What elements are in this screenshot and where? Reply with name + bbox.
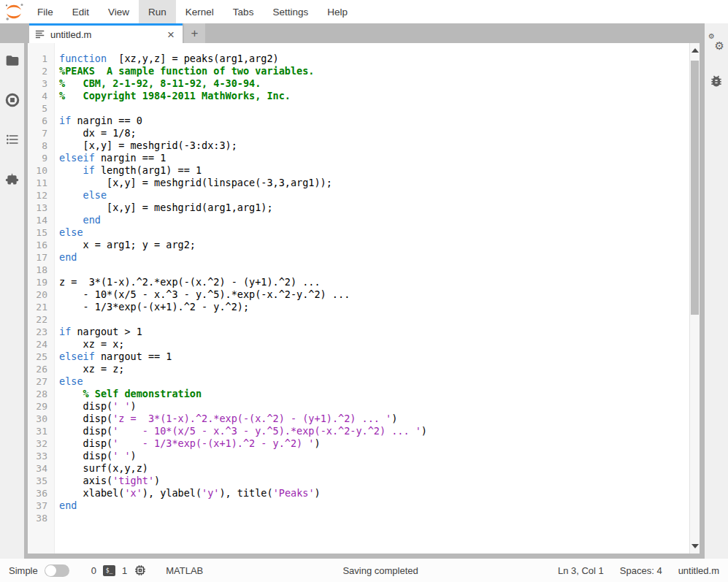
- line-number: 21: [28, 301, 47, 313]
- line-number: 32: [28, 437, 47, 450]
- menu-run[interactable]: Run: [139, 0, 176, 23]
- tab-label: untitled.m: [50, 29, 161, 40]
- code-line[interactable]: - 1/3*exp(-(x+1).^2 - y.^2);: [59, 301, 689, 313]
- menu-tabs[interactable]: Tabs: [223, 0, 264, 23]
- menu-help[interactable]: Help: [318, 0, 357, 23]
- code-line[interactable]: else: [59, 375, 689, 388]
- line-number: 36: [28, 487, 47, 499]
- line-number: 19: [28, 276, 47, 288]
- code-line[interactable]: - 10*(x/5 - x.^3 - y.^5).*exp(-x.^2-y.^2…: [59, 288, 689, 301]
- line-number: 16: [28, 239, 47, 251]
- line-number: 28: [28, 388, 47, 400]
- tab-bar: untitled.m × +: [24, 23, 705, 43]
- code-line[interactable]: elseif nargin == 1: [59, 152, 689, 164]
- line-number: 11: [28, 177, 47, 189]
- line-number: 6: [28, 115, 47, 127]
- code-line[interactable]: disp(' - 1/3*exp(-(x+1).^2 - y.^2) '): [59, 437, 689, 450]
- code-lines[interactable]: function [xz,y,z] = peaks(arg1,arg2)%PEA…: [55, 43, 689, 554]
- code-line[interactable]: end: [59, 214, 689, 226]
- code-line[interactable]: [x,y] = meshgrid(linspace(-3,3,arg1));: [59, 177, 689, 189]
- extension-manager-icon[interactable]: [4, 172, 21, 186]
- tab-close-icon[interactable]: ×: [166, 28, 176, 41]
- code-line[interactable]: else: [59, 226, 689, 239]
- file-browser-icon[interactable]: [4, 53, 21, 68]
- kernel-name[interactable]: MATLAB: [166, 565, 203, 576]
- code-line[interactable]: [x,y] = meshgrid(-3:dx:3);: [59, 139, 689, 152]
- code-line[interactable]: elseif nargout == 1: [59, 351, 689, 363]
- menu-view[interactable]: View: [99, 0, 139, 23]
- new-tab-button[interactable]: +: [184, 23, 205, 43]
- cursor-position[interactable]: Ln 3, Col 1: [558, 565, 604, 576]
- code-line[interactable]: disp(' - 10*(x/5 - x.^3 - y.^5).*exp(-x.…: [59, 425, 689, 437]
- tab-untitled-m[interactable]: untitled.m ×: [29, 23, 183, 43]
- line-number: 8: [28, 139, 47, 152]
- scrollbar-thumb[interactable]: [691, 61, 699, 315]
- code-line[interactable]: dx = 1/8;: [59, 127, 689, 139]
- line-number: 33: [28, 450, 47, 462]
- code-line[interactable]: axis('tight'): [59, 475, 689, 487]
- right-sidebar: ⚙ ⚙: [705, 23, 728, 559]
- code-line[interactable]: else: [59, 189, 689, 202]
- jupyter-logo-icon: [4, 1, 24, 22]
- code-line[interactable]: if nargin == 0: [59, 115, 689, 127]
- debugger-icon[interactable]: [708, 74, 725, 88]
- scroll-down-icon[interactable]: [691, 544, 699, 548]
- code-line[interactable]: x = arg1; y = arg2;: [59, 239, 689, 251]
- code-line[interactable]: [59, 264, 689, 276]
- kernel-chip-icon: [134, 564, 147, 577]
- code-line[interactable]: if nargout > 1: [59, 326, 689, 338]
- code-line[interactable]: disp(' '): [59, 400, 689, 413]
- code-line[interactable]: disp(' '): [59, 450, 689, 462]
- line-number: 13: [28, 202, 47, 214]
- menu-kernel[interactable]: Kernel: [176, 0, 223, 23]
- code-line[interactable]: function [xz,y,z] = peaks(arg1,arg2): [59, 53, 689, 65]
- code-line[interactable]: % Copyright 1984-2011 MathWorks, Inc.: [59, 90, 689, 102]
- text-file-icon: [35, 29, 45, 39]
- code-line[interactable]: xlabel('x'), ylabel('y'), title('Peaks'): [59, 487, 689, 499]
- line-number: 5: [28, 102, 47, 115]
- running-sessions-icon[interactable]: [4, 93, 21, 107]
- code-line[interactable]: %PEAKS A sample function of two variable…: [59, 65, 689, 77]
- menu-edit[interactable]: Edit: [63, 0, 99, 23]
- menu-settings[interactable]: Settings: [263, 0, 318, 23]
- property-inspector-icon[interactable]: ⚙ ⚙: [708, 34, 724, 50]
- dock-panel: untitled.m × + 1234567891011121314151617…: [24, 23, 705, 559]
- simple-mode-toggle[interactable]: [45, 564, 69, 577]
- jupyter-logo: [0, 0, 28, 23]
- code-line[interactable]: [x,y] = meshgrid(arg1,arg1);: [59, 202, 689, 214]
- menu-file[interactable]: File: [28, 0, 63, 23]
- code-line[interactable]: xz = x;: [59, 338, 689, 351]
- indent-setting[interactable]: Spaces: 4: [620, 565, 662, 576]
- line-number: 37: [28, 499, 47, 512]
- status-message: Saving completed: [203, 565, 558, 576]
- line-number: 15: [28, 226, 47, 239]
- terminals-count: 0: [91, 565, 96, 576]
- table-of-contents-icon[interactable]: [4, 132, 21, 147]
- line-number: 30: [28, 413, 47, 425]
- code-line[interactable]: % CBM, 2-1-92, 8-11-92, 4-30-94.: [59, 77, 689, 90]
- line-number: 14: [28, 214, 47, 226]
- code-line[interactable]: [59, 102, 689, 115]
- scroll-up-icon[interactable]: [691, 48, 699, 53]
- terminal-icon: $_: [103, 565, 115, 576]
- line-number: 38: [28, 512, 47, 524]
- code-line[interactable]: disp('z = 3*(1-x).^2.*exp(-(x.^2) - (y+1…: [59, 413, 689, 425]
- code-line[interactable]: end: [59, 251, 689, 264]
- line-numbers: 1234567891011121314151617181920212223242…: [28, 43, 55, 554]
- code-line[interactable]: surf(x,y,z): [59, 462, 689, 475]
- code-line[interactable]: [59, 313, 689, 326]
- line-number: 22: [28, 313, 47, 326]
- line-number: 29: [28, 400, 47, 413]
- code-line[interactable]: if length(arg1) == 1: [59, 164, 689, 177]
- code-line[interactable]: end: [59, 499, 689, 512]
- code-line[interactable]: xz = z;: [59, 363, 689, 375]
- code-line[interactable]: z = 3*(1-x).^2.*exp(-(x.^2) - (y+1).^2) …: [59, 276, 689, 288]
- jupyterlab-window: File Edit View Run Kernel Tabs Settings …: [0, 0, 728, 582]
- running-sessions-status[interactable]: 0 $_ 1: [91, 564, 147, 577]
- line-number: 2: [28, 65, 47, 77]
- vertical-scrollbar[interactable]: [689, 43, 700, 554]
- code-line[interactable]: % Self demonstration: [59, 388, 689, 400]
- line-number: 26: [28, 363, 47, 375]
- main-area: untitled.m × + 1234567891011121314151617…: [0, 23, 728, 559]
- code-line[interactable]: [59, 512, 689, 524]
